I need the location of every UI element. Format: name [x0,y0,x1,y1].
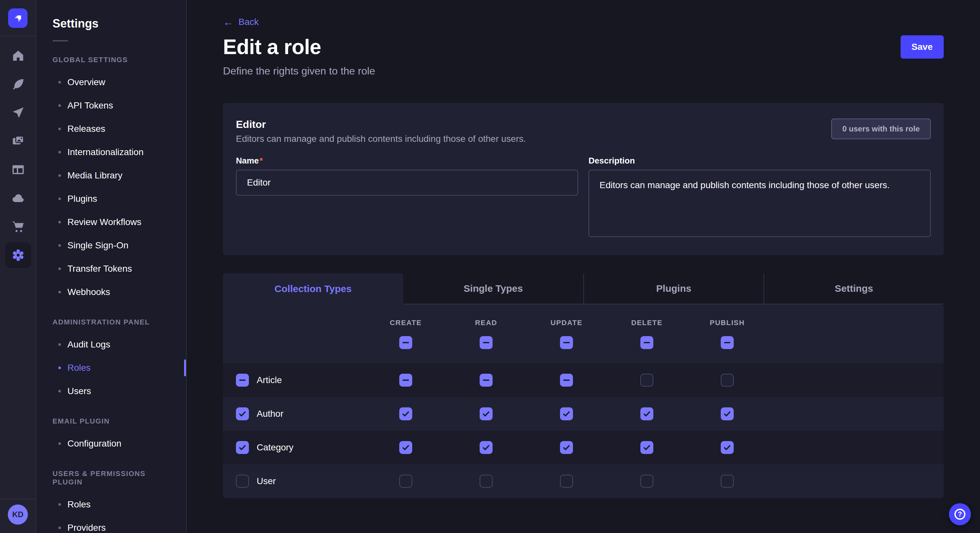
tab-collection-types[interactable]: Collection Types [223,273,403,305]
checkbox-unchecked[interactable] [236,475,249,488]
permission-cell [526,374,607,387]
content-manager-icon[interactable] [0,155,36,184]
sidebar-section-heading: EMAIL PLUGIN [36,417,186,425]
marketplace-cart-icon[interactable] [0,213,36,241]
sidebar-item-review-workflows[interactable]: Review Workflows [36,211,186,234]
row-label-cell: Article [223,374,366,387]
tab-single-types[interactable]: Single Types [403,273,583,305]
paper-plane-icon[interactable] [0,98,36,127]
back-link[interactable]: ← Back [223,17,259,27]
checkbox-indeterminate[interactable] [640,336,653,349]
bullet-icon [58,104,61,107]
sidebar-item-releases[interactable]: Releases [36,117,186,141]
checkbox-checked[interactable] [640,441,653,454]
sidebar-item-roles[interactable]: Roles [36,356,186,379]
check-icon [723,443,732,452]
sidebar-item-roles[interactable]: Roles [36,493,186,516]
cloud-icon[interactable] [0,184,36,213]
permissions-table-header: CREATEREADUPDATEDELETEPUBLISH [223,305,944,363]
sidebar-item-api-tokens[interactable]: API Tokens [36,94,186,117]
strapi-logo[interactable] [8,8,27,28]
permission-cell [607,475,687,488]
content-type-label: Author [257,409,283,419]
checkbox-unchecked[interactable] [399,475,412,488]
checkbox-unchecked[interactable] [721,475,734,488]
tab-plugins[interactable]: Plugins [583,273,764,305]
sidebar-item-overview[interactable]: Overview [36,71,186,94]
row-label-cell: Category [223,441,366,454]
sidebar-item-transfer-tokens[interactable]: Transfer Tokens [36,257,186,281]
checkbox-checked[interactable] [640,408,653,420]
role-name-input[interactable] [236,170,578,195]
indeterminate-dash-icon [483,379,489,381]
checkbox-indeterminate[interactable] [721,336,734,349]
sidebar-item-label: Overview [67,77,105,87]
media-library-icon[interactable] [0,127,36,155]
checkbox-checked[interactable] [480,441,493,454]
checkbox-indeterminate[interactable] [236,374,249,387]
divider [52,40,68,41]
checkbox-indeterminate[interactable] [399,374,412,387]
sidebar-item-plugins[interactable]: Plugins [36,187,186,211]
checkbox-checked[interactable] [721,408,734,420]
main-nav-rail: KD [0,0,36,533]
bullet-icon [58,291,61,293]
sidebar-item-internationalization[interactable]: Internationalization [36,141,186,164]
checkbox-unchecked[interactable] [721,374,734,387]
tab-settings[interactable]: Settings [764,273,944,305]
check-icon [238,443,247,452]
permission-cell [366,441,446,454]
active-indicator [184,359,186,376]
sidebar-item-media-library[interactable]: Media Library [36,164,186,187]
sidebar-item-list: Configuration [36,432,186,455]
permission-row-category: Category [223,431,944,464]
save-button[interactable]: Save [900,35,944,59]
checkbox-indeterminate[interactable] [560,374,573,387]
permissions-section: Collection TypesSingle TypesPluginsSetti… [223,273,944,498]
checkbox-checked[interactable] [236,408,249,420]
checkbox-checked[interactable] [399,441,412,454]
sidebar-item-providers[interactable]: Providers [36,516,186,533]
users-with-role-badge[interactable]: 0 users with this role [831,119,931,139]
checkbox-indeterminate[interactable] [560,336,573,349]
sidebar-item-label: Review Workflows [67,217,141,227]
question-mark-icon: ? [955,509,966,520]
checkbox-checked[interactable] [236,441,249,454]
permissions-table-rows: ArticleAuthorCategoryUser [223,363,944,498]
checkbox-checked[interactable] [560,441,573,454]
sidebar-item-label: API Tokens [67,100,113,111]
checkbox-indeterminate[interactable] [480,336,493,349]
role-description-input[interactable]: Editors can manage and publish contents … [589,170,931,237]
checkbox-checked[interactable] [721,441,734,454]
bullet-icon [58,268,61,270]
sidebar-item-configuration[interactable]: Configuration [36,432,186,455]
checkbox-checked[interactable] [480,408,493,420]
permission-cell [687,475,767,488]
check-icon [401,443,410,452]
checkbox-checked[interactable] [399,408,412,420]
checkbox-indeterminate[interactable] [480,374,493,387]
check-icon [643,409,651,418]
checkbox-indeterminate[interactable] [399,336,412,349]
sidebar-section-heading: GLOBAL SETTINGS [36,56,186,64]
checkbox-unchecked[interactable] [480,475,493,488]
avatar[interactable]: KD [8,504,28,525]
bullet-icon [58,221,61,224]
feather-icon[interactable] [0,70,36,98]
name-field-label: Name* [236,156,578,166]
settings-gear-icon[interactable] [0,241,36,270]
sidebar-item-label: Releases [67,124,105,134]
sidebar-item-audit-logs[interactable]: Audit Logs [36,333,186,356]
help-button[interactable]: ? [949,503,971,525]
sidebar-item-list: RolesProviders [36,493,186,533]
checkbox-unchecked[interactable] [640,475,653,488]
checkbox-unchecked[interactable] [640,374,653,387]
home-icon[interactable] [0,41,36,70]
page-header: Edit a role Save [223,36,944,59]
permission-cell [446,441,526,454]
sidebar-item-webhooks[interactable]: Webhooks [36,281,186,304]
sidebar-item-users[interactable]: Users [36,379,186,403]
sidebar-item-single-sign-on[interactable]: Single Sign-On [36,234,186,257]
checkbox-unchecked[interactable] [560,475,573,488]
checkbox-checked[interactable] [560,408,573,420]
